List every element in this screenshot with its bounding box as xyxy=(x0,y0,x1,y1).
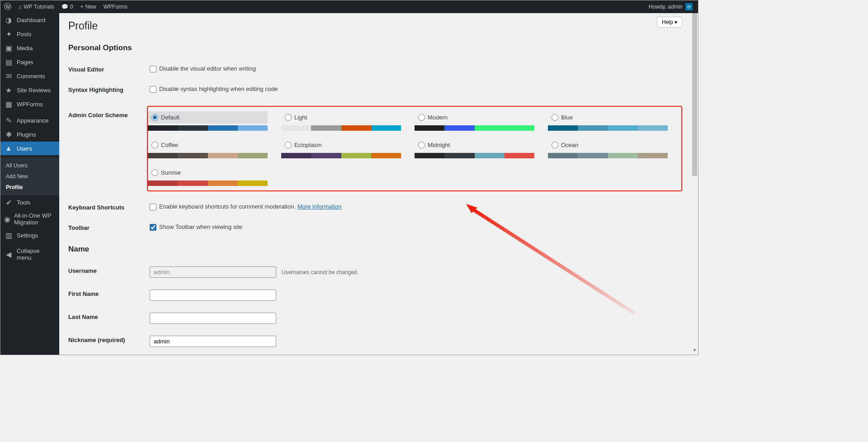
sidebar-subitem-profile[interactable]: Profile xyxy=(0,182,59,193)
swatch xyxy=(578,125,608,131)
nickname-input[interactable] xyxy=(150,336,276,347)
help-button[interactable]: Help ▾ xyxy=(657,17,682,28)
menu-icon: ▣ xyxy=(4,44,13,52)
color-scheme-ocean[interactable]: Ocean xyxy=(548,139,668,158)
shortcuts-toggle[interactable]: Enable keyboard shortcuts for comment mo… xyxy=(150,203,296,210)
toolbar-toggle[interactable]: Show Toolbar when viewing site xyxy=(150,223,242,230)
color-scheme-ectoplasm[interactable]: Ectoplasm xyxy=(281,139,401,158)
sidebar-item-posts[interactable]: ✦Posts xyxy=(0,27,59,41)
sidebar-subitem-add-new[interactable]: Add New xyxy=(0,171,59,182)
menu-icon: ▥ xyxy=(4,231,13,240)
sidebar-item-media[interactable]: ▣Media xyxy=(0,41,59,55)
color-scheme-radio[interactable] xyxy=(151,169,158,176)
color-scheme-radio[interactable] xyxy=(418,114,425,121)
shortcuts-more-info-link[interactable]: More information xyxy=(297,203,342,210)
comment-count: 0 xyxy=(70,4,73,10)
lastname-input[interactable] xyxy=(150,313,276,324)
color-scheme-radio[interactable] xyxy=(151,114,158,121)
wpforms-menu[interactable]: WPForms xyxy=(100,0,131,13)
color-swatches xyxy=(548,153,668,158)
comments-menu[interactable]: 💬0 xyxy=(58,0,77,13)
sidebar-item-dashboard[interactable]: ◑Dashboard xyxy=(0,13,59,27)
color-scheme-modern[interactable]: Modern xyxy=(415,111,534,131)
row-label-lastname: Last Name xyxy=(68,307,150,330)
swatch xyxy=(148,125,178,131)
color-scheme-midnight[interactable]: Midnight xyxy=(415,139,534,158)
shortcuts-checkbox[interactable] xyxy=(150,204,156,210)
sidebar-item-appearance[interactable]: ✎Appearance xyxy=(0,114,59,128)
scroll-down-icon[interactable]: ▼ xyxy=(691,348,698,355)
color-scheme-label[interactable]: Modern xyxy=(415,111,534,124)
color-scheme-default[interactable]: Default xyxy=(148,111,268,131)
sidebar-item-plugins[interactable]: ✱Plugins xyxy=(0,128,59,142)
toolbar-checkbox[interactable] xyxy=(150,224,156,231)
home-icon: ⌂ xyxy=(19,4,22,10)
swatch xyxy=(371,153,401,158)
menu-icon: ✎ xyxy=(4,116,13,125)
swatch xyxy=(475,153,505,158)
my-account-menu[interactable]: Howdy, admin ⟳ xyxy=(645,0,696,13)
menu-label: Settings xyxy=(17,232,38,239)
site-name-menu[interactable]: ⌂WP Tutorials xyxy=(15,0,58,13)
swatch xyxy=(148,181,178,186)
menu-icon: ▤ xyxy=(4,58,13,67)
swatch xyxy=(281,125,311,131)
color-scheme-label[interactable]: Ectoplasm xyxy=(281,139,401,151)
color-scheme-radio[interactable] xyxy=(552,142,558,148)
wp-logo-menu[interactable]: ⓦ xyxy=(0,0,15,13)
sidebar-item-pages[interactable]: ▤Pages xyxy=(0,55,59,69)
color-scheme-radio[interactable] xyxy=(151,142,158,148)
sidebar-item-settings[interactable]: ▥Settings xyxy=(0,228,59,242)
syntax-checkbox[interactable] xyxy=(150,86,156,93)
color-scheme-sunrise[interactable]: Sunrise xyxy=(148,166,268,186)
color-scheme-label[interactable]: Ocean xyxy=(548,139,668,151)
color-swatches xyxy=(548,125,668,131)
menu-icon: ▦ xyxy=(4,100,13,109)
color-scheme-label[interactable]: Midnight xyxy=(415,139,534,151)
section-name: Name xyxy=(68,238,682,261)
firstname-input[interactable] xyxy=(150,290,276,301)
color-swatches xyxy=(415,153,534,158)
menu-icon: ◀ xyxy=(4,250,13,259)
sidebar-subitem-all-users[interactable]: All Users xyxy=(0,160,59,171)
color-scheme-light[interactable]: Light xyxy=(281,111,401,131)
howdy-text: Howdy, admin xyxy=(649,4,683,10)
color-scheme-label[interactable]: Default xyxy=(148,111,268,124)
sidebar-item-site-reviews[interactable]: ★Site Reviews xyxy=(0,83,59,97)
color-swatches xyxy=(148,181,268,186)
sidebar-item-wpforms[interactable]: ▦WPForms xyxy=(0,97,59,111)
color-scheme-radio[interactable] xyxy=(285,114,292,121)
swatch xyxy=(311,153,341,158)
color-scheme-radio[interactable] xyxy=(418,142,425,148)
scrollbar-thumb[interactable] xyxy=(692,13,697,176)
color-scheme-coffee[interactable]: Coffee xyxy=(148,139,268,158)
help-tab[interactable]: Help ▾ xyxy=(657,17,682,28)
color-scheme-blue[interactable]: Blue xyxy=(548,111,668,131)
color-scheme-label[interactable]: Coffee xyxy=(148,139,268,151)
syntax-toggle[interactable]: Disable syntax highlighting when editing… xyxy=(150,86,278,92)
sidebar-item-tools[interactable]: ✔Tools xyxy=(0,195,59,209)
sidebar-item-users[interactable]: ▲Users xyxy=(0,142,59,155)
color-scheme-radio[interactable] xyxy=(285,142,292,148)
color-scheme-label[interactable]: Sunrise xyxy=(148,166,268,179)
swatch xyxy=(505,125,534,131)
color-scheme-label[interactable]: Light xyxy=(281,111,401,124)
menu-label: Pages xyxy=(17,59,33,66)
swatch xyxy=(178,125,208,131)
color-scheme-radio[interactable] xyxy=(552,114,558,121)
sidebar-item-collapse-menu[interactable]: ◀Collapse menu xyxy=(0,245,59,264)
swatch xyxy=(148,153,178,158)
avatar-icon: ⟳ xyxy=(685,3,693,10)
color-scheme-label[interactable]: Blue xyxy=(548,111,668,124)
content-area: Help ▾ Profile Personal Options Visual E… xyxy=(59,13,691,355)
name-table: Username Usernames cannot be changed. Fi… xyxy=(68,261,682,355)
sidebar-item-all-in-one-wp-migration[interactable]: ◉All-in-One WP Migration xyxy=(0,209,59,228)
swatch xyxy=(208,153,238,158)
visual-editor-toggle[interactable]: Disable the visual editor when writing xyxy=(150,65,256,72)
swatch xyxy=(178,153,208,158)
scrollbar-track[interactable]: ▲ ▼ xyxy=(691,13,698,355)
new-content-menu[interactable]: +New xyxy=(77,0,100,13)
sidebar-item-comments[interactable]: ✉Comments xyxy=(0,69,59,83)
visual-editor-checkbox[interactable] xyxy=(150,66,156,72)
row-label-color-scheme: Admin Color Scheme xyxy=(68,100,150,197)
